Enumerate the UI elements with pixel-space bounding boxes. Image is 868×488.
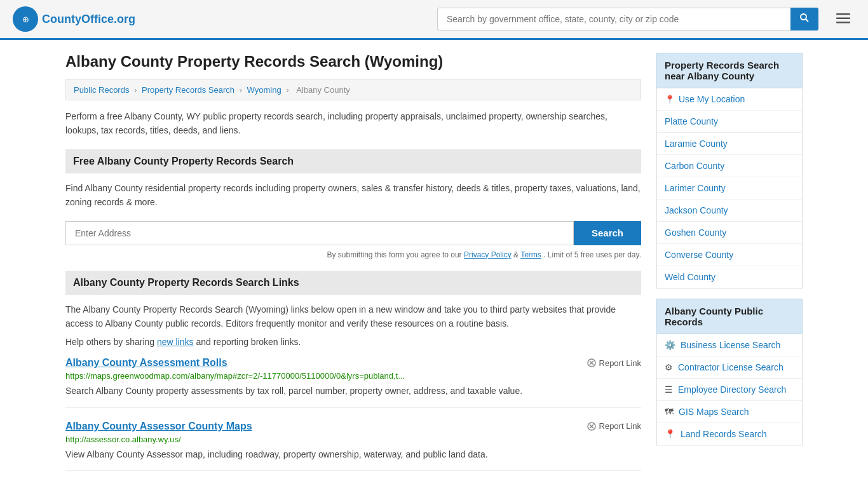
public-records-land-records[interactable]: 📍 Land Records Search (657, 423, 802, 445)
record-link-title-assessment-rolls[interactable]: Albany County Assessment Rolls (65, 357, 227, 369)
address-search-form: Search (65, 221, 641, 245)
nearby-county-carbon[interactable]: Carbon County (657, 155, 802, 177)
logo-suffix: .org (114, 13, 135, 25)
share-links-line: Help others by sharing new links and rep… (65, 337, 641, 347)
breadcrumb-property-records-search[interactable]: Property Records Search (142, 85, 234, 95)
svg-rect-4 (836, 13, 850, 15)
svg-rect-5 (836, 18, 850, 20)
employee-directory-icon: ☰ (665, 384, 673, 395)
record-url-1: https://maps.greenwoodmap.com/albany/map… (65, 371, 641, 381)
nearby-county-goshen[interactable]: Goshen County (657, 222, 802, 244)
public-records-list: ⚙️ Business License Search ⚙ Contractor … (656, 334, 803, 445)
site-header: ⊕ CountyOffice.org (0, 0, 868, 40)
pin-icon: 📍 (665, 95, 675, 104)
svg-point-2 (801, 14, 806, 20)
record-link-item-2: Albany County Assessor County Maps Repor… (65, 421, 641, 471)
logo-main-text: CountyOffice (42, 13, 114, 25)
nearby-county-platte[interactable]: Platte County (657, 111, 802, 133)
use-my-location-link[interactable]: Use My Location (679, 94, 745, 104)
breadcrumb-wyoming[interactable]: Wyoming (247, 85, 281, 95)
breadcrumb-albany-county: Albany County (296, 85, 350, 95)
public-records-gis-maps[interactable]: 🗺 GIS Maps Search (657, 401, 802, 423)
breadcrumb-public-records[interactable]: Public Records (74, 85, 129, 95)
record-link-title-assessor-maps[interactable]: Albany County Assessor County Maps (65, 421, 252, 432)
public-records-contractor-license[interactable]: ⚙ Contractor License Search (657, 356, 802, 379)
land-records-icon: 📍 (665, 429, 675, 439)
hamburger-menu-button[interactable] (831, 8, 855, 30)
svg-rect-6 (836, 22, 850, 24)
form-disclaimer: By submitting this form you agree to our… (65, 250, 641, 259)
record-desc-1: Search Albany County property assessment… (65, 384, 641, 398)
page-title: Albany County Property Records Search (W… (65, 53, 641, 71)
search-submit-button[interactable]: Search (574, 221, 641, 245)
public-records-business-license[interactable]: ⚙️ Business License Search (657, 334, 802, 356)
header-search-button[interactable] (790, 8, 818, 30)
logo-link[interactable]: ⊕ CountyOffice.org (13, 6, 135, 32)
report-link-button-2[interactable]: Report Link (587, 421, 641, 431)
free-search-section-header: Free Albany County Property Records Sear… (65, 149, 641, 173)
svg-line-3 (806, 19, 808, 22)
address-input[interactable] (65, 221, 574, 245)
nearby-county-converse[interactable]: Converse County (657, 244, 802, 266)
record-desc-2: View Albany County Assessor map, includi… (65, 447, 641, 461)
links-description: The Albany County Property Records Searc… (65, 302, 641, 331)
record-url-2: http://assessor.co.albany.wy.us/ (65, 435, 641, 444)
contractor-license-icon: ⚙ (665, 362, 673, 372)
svg-text:⊕: ⊕ (22, 15, 29, 24)
page-container: Albany County Property Records Search (W… (53, 53, 815, 484)
public-records-section-header: Albany County Public Records (656, 299, 803, 334)
terms-link[interactable]: Terms (520, 250, 541, 259)
record-link-item: Albany County Assessment Rolls Report Li… (65, 357, 641, 407)
nearby-counties-list: 📍 Use My Location Platte County Laramie … (656, 88, 803, 288)
breadcrumb: Public Records › Property Records Search… (65, 79, 641, 100)
nearby-county-weld[interactable]: Weld County (657, 266, 802, 288)
nearby-county-larimer[interactable]: Larimer County (657, 177, 802, 200)
gis-maps-icon: 🗺 (665, 407, 674, 417)
nearby-county-jackson[interactable]: Jackson County (657, 200, 802, 222)
new-links-link[interactable]: new links (157, 337, 194, 347)
page-description: Perform a free Albany County, WY public … (65, 109, 641, 138)
report-link-button-1[interactable]: Report Link (587, 358, 641, 368)
privacy-policy-link[interactable]: Privacy Policy (464, 250, 512, 259)
links-section-header: Albany County Property Records Search Li… (65, 271, 641, 295)
sidebar: Property Records Search near Albany Coun… (656, 53, 803, 484)
use-my-location-item[interactable]: 📍 Use My Location (657, 88, 802, 111)
public-records-employee-directory[interactable]: ☰ Employee Directory Search (657, 379, 802, 401)
logo-text: CountyOffice.org (42, 13, 135, 26)
nearby-county-laramie[interactable]: Laramie County (657, 133, 802, 155)
header-search-input[interactable] (437, 8, 790, 30)
logo-icon: ⊕ (13, 6, 38, 32)
header-search-container (437, 8, 818, 30)
main-content: Albany County Property Records Search (W… (65, 53, 641, 484)
nearby-section-header: Property Records Search near Albany Coun… (656, 53, 803, 88)
business-license-icon: ⚙️ (665, 340, 675, 350)
free-search-description: Find Albany County residential property … (65, 181, 641, 210)
